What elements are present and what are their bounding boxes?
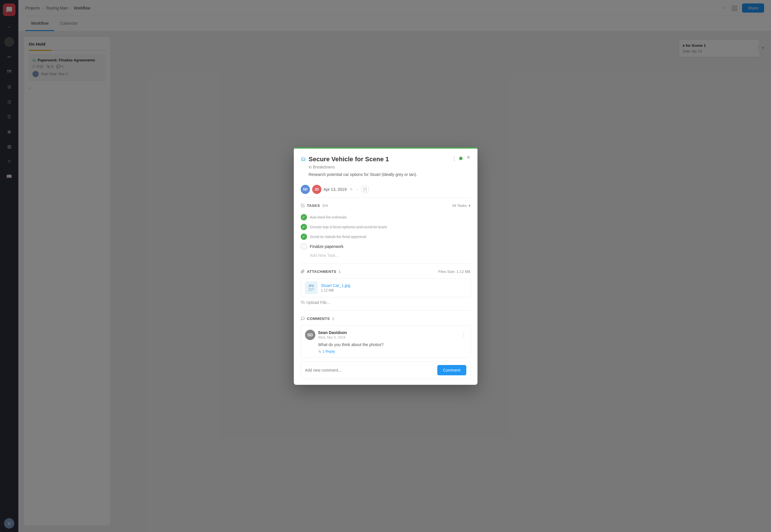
svg-rect-0 bbox=[364, 188, 367, 191]
tasks-section: TASKS 3/4 All Tasks ▾ ✓ Ask Ned for refe… bbox=[294, 198, 477, 263]
attachments-section: ATTACHMENTS 1 Files Size: 1.12 MB JPG bbox=[294, 264, 477, 310]
comments-section: COMMENTS 1 SD Sean Davidson Wed, Mar 6, … bbox=[294, 311, 477, 385]
assignee-avatar-2[interactable]: JD bbox=[312, 185, 321, 194]
comments-title: COMMENTS 1 bbox=[301, 317, 335, 321]
file-thumbnail: JPG bbox=[305, 281, 318, 294]
add-task-button[interactable]: Add New Task... bbox=[301, 251, 471, 258]
tasks-title: TASKS 3/4 bbox=[301, 203, 328, 208]
comment-submit-button[interactable]: Comment bbox=[437, 365, 466, 375]
modal-description: Research potential car options for Stuar… bbox=[301, 172, 471, 177]
task-check-1[interactable]: ✓ bbox=[301, 214, 307, 220]
file-size: 1.12 MB bbox=[321, 288, 466, 292]
task-text-4: Finalize paperwork bbox=[310, 244, 344, 249]
attachments-title: ATTACHMENTS 1 bbox=[301, 269, 341, 274]
tasks-filter[interactable]: All Tasks ▾ bbox=[452, 203, 470, 208]
modal-more-icon[interactable]: ⋮ bbox=[452, 156, 457, 162]
comments-header: COMMENTS 1 bbox=[301, 317, 471, 321]
reply-arrow-icon: ↳ bbox=[318, 349, 321, 354]
modal-start-date: Apr 13, 2019 bbox=[324, 187, 347, 192]
modal-title: 🗂 Secure Vehicle for Scene 1 bbox=[301, 156, 471, 163]
task-check-4[interactable] bbox=[301, 243, 307, 250]
modal-title-icon: 🗂 bbox=[301, 156, 306, 162]
attachments-header: ATTACHMENTS 1 Files Size: 1.12 MB bbox=[301, 269, 471, 274]
comment-text-1: What do you think about the photos? bbox=[318, 342, 466, 347]
attachment-item-1: JPG Stuart Car_1.jpg 1.12 MB bbox=[301, 278, 471, 297]
chevron-down-icon: ▾ bbox=[469, 203, 471, 208]
task-item-2[interactable]: ✓ Create top-3 best options and send to … bbox=[301, 222, 471, 232]
modal-location: in Breakdowns bbox=[301, 165, 471, 169]
comment-author-1: SD Sean Davidson Wed, Mar 6, 2019 bbox=[305, 330, 347, 340]
file-lines bbox=[308, 288, 314, 291]
task-item-4[interactable]: Finalize paperwork bbox=[301, 242, 471, 251]
assignee-avatar-1[interactable]: SD bbox=[301, 185, 310, 194]
status-dot bbox=[459, 157, 463, 160]
file-line-3 bbox=[308, 290, 312, 291]
file-line-2 bbox=[308, 289, 314, 290]
comment-header-1: SD Sean Davidson Wed, Mar 6, 2019 ⋮ bbox=[305, 330, 466, 340]
date-separator: - bbox=[356, 187, 358, 192]
task-check-2[interactable]: ✓ bbox=[301, 224, 307, 230]
task-count: 3/4 bbox=[322, 203, 328, 208]
comment-date-1: Wed, Mar 6, 2019 bbox=[318, 335, 347, 339]
reply-link-1[interactable]: ↳ 1 Reply bbox=[318, 349, 466, 354]
task-item-1[interactable]: ✓ Ask Ned for referrals bbox=[301, 212, 471, 222]
tasks-header: TASKS 3/4 All Tasks ▾ bbox=[301, 203, 471, 208]
file-name[interactable]: Stuart Car_1.jpg bbox=[321, 283, 466, 288]
attachment-count: 1 bbox=[339, 269, 341, 274]
comment-avatar-1: SD bbox=[305, 330, 315, 340]
files-size-info: Files Size: 1.12 MB bbox=[438, 269, 470, 274]
upload-file-button[interactable]: Upload File... bbox=[301, 300, 471, 305]
task-text-3: Send to Jakob for final approval bbox=[310, 234, 366, 239]
comment-more-icon[interactable]: ⋮ bbox=[461, 332, 466, 338]
task-modal: 🗂 Secure Vehicle for Scene 1 in Breakdow… bbox=[294, 147, 477, 385]
comment-name-1: Sean Davidson bbox=[318, 330, 347, 335]
new-comment-input[interactable] bbox=[305, 368, 434, 372]
modal-close-button[interactable]: × bbox=[464, 153, 473, 162]
file-line-1 bbox=[308, 288, 314, 289]
task-item-3[interactable]: ✓ Send to Jakob for final approval bbox=[301, 232, 471, 242]
comment-item-1: SD Sean Davidson Wed, Mar 6, 2019 ⋮ What… bbox=[301, 325, 471, 358]
date-remove-icon[interactable]: × bbox=[350, 187, 353, 192]
task-check-3[interactable]: ✓ bbox=[301, 234, 307, 240]
modal-header: 🗂 Secure Vehicle for Scene 1 in Breakdow… bbox=[294, 149, 477, 181]
modal-overlay[interactable]: 🗂 Secure Vehicle for Scene 1 in Breakdow… bbox=[0, 0, 771, 532]
file-ext-label: JPG bbox=[308, 284, 314, 288]
file-info: Stuart Car_1.jpg 1.12 MB bbox=[321, 283, 466, 292]
new-comment-box: Comment bbox=[301, 361, 471, 379]
modal-assignees: SD JD Apr 13, 2019 × - bbox=[294, 181, 477, 197]
comment-count: 1 bbox=[332, 317, 334, 321]
task-text-1: Ask Ned for referrals bbox=[310, 215, 347, 220]
date-end-picker[interactable] bbox=[361, 185, 369, 193]
task-text-2: Create top-3 best options and send to te… bbox=[310, 225, 387, 229]
